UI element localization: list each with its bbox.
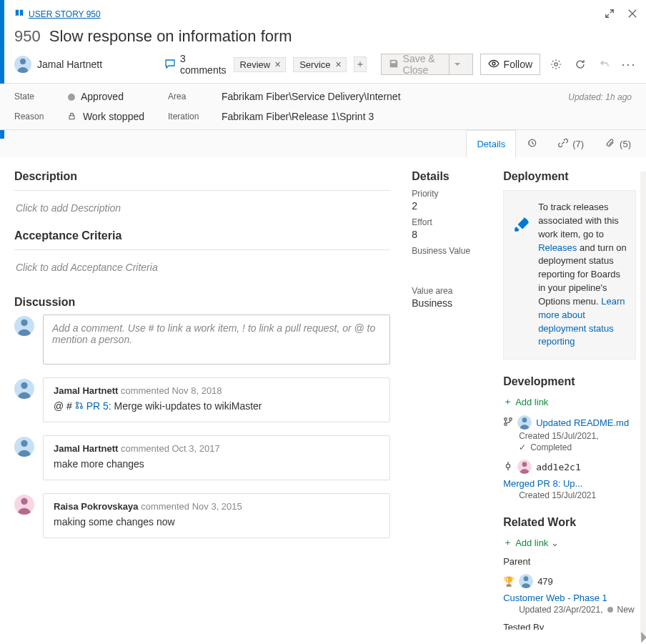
follow-button[interactable]: Follow (480, 54, 540, 75)
svg-point-8 (76, 407, 78, 409)
svg-point-13 (505, 423, 507, 426)
svg-rect-3 (69, 116, 74, 119)
comment-meta: commented Nov 3, 2015 (141, 501, 242, 512)
tab-attachments[interactable]: (5) (595, 130, 642, 157)
tab-details[interactable]: Details (466, 130, 516, 157)
details-column: Details Priority 2 Effort 8 Business Val… (404, 157, 496, 630)
avatar (14, 316, 34, 336)
related-sub: Updated 23/Apr/2021, New (519, 605, 636, 615)
avatar (517, 415, 532, 430)
development-title: Development (503, 375, 636, 388)
settings-button[interactable] (547, 54, 565, 75)
breadcrumb: USER STORY 950 (14, 6, 637, 23)
follow-label: Follow (504, 59, 532, 70)
add-link-button[interactable]: ＋ Add link ⌄ (503, 536, 559, 549)
reason-value[interactable]: Work stopped (68, 111, 161, 122)
comment-body: @ # PR 5: Merge wiki-updates to wikiMast… (54, 400, 379, 412)
description-title: Description (14, 170, 390, 183)
comment-item: Jamal Hartnett commented Oct 3, 2017 mak… (14, 435, 390, 480)
scrollbar[interactable] (640, 172, 646, 637)
deployment-title: Deployment (503, 170, 636, 183)
svg-point-5 (21, 319, 27, 326)
svg-point-7 (76, 402, 78, 405)
value-area-label: Value area (412, 286, 489, 296)
comments-button[interactable]: 3 comments (164, 53, 227, 76)
related-item: 🏆 479 Customer Web - Phase 1 Updated 23/… (503, 574, 636, 615)
tag-service[interactable]: Service ✕ (293, 57, 346, 72)
avatar (519, 574, 533, 588)
value-area-value[interactable]: Business (412, 297, 489, 309)
svg-point-12 (505, 418, 507, 421)
related-link[interactable]: Customer Web - Phase 1 (503, 593, 607, 603)
effort-label: Effort (412, 217, 489, 227)
dev-link[interactable]: Merged PR 8: Up... (503, 478, 582, 489)
comment-author: Raisa Pokrovskaya (54, 501, 139, 512)
chevron-down-icon: ⌄ (551, 538, 559, 548)
acceptance-criteria-input[interactable]: Click to add Acceptance Criteria (14, 257, 390, 289)
svg-point-17 (522, 462, 527, 467)
area-value[interactable]: Fabrikam Fiber\Service Delivery\Internet (222, 91, 515, 102)
remove-tag-icon[interactable]: ✕ (274, 60, 281, 69)
close-icon[interactable] (627, 9, 637, 21)
status-dot-icon (607, 607, 613, 613)
comment-body: making some changes now (54, 516, 379, 527)
save-label: Save & Close (403, 53, 444, 76)
svg-point-10 (21, 440, 27, 447)
svg-point-15 (522, 418, 527, 423)
dev-sub: Created 15/Jul/2021 (519, 490, 636, 500)
state-dot-icon (68, 94, 75, 101)
discussion-title: Discussion (14, 296, 390, 309)
tab-history[interactable] (516, 130, 547, 157)
work-item-id: 950 (14, 27, 41, 46)
remove-tag-icon[interactable]: ✕ (335, 60, 342, 69)
effort-value[interactable]: 8 (412, 229, 489, 240)
meta-area: State Approved Area Fabrikam Fiber\Servi… (0, 84, 646, 130)
pull-request-link[interactable]: PR 5: (75, 400, 114, 412)
avatar (14, 379, 34, 399)
iteration-value[interactable]: Fabrikam Fiber\Release 1\Sprint 3 (222, 111, 515, 122)
svg-point-6 (21, 382, 27, 389)
description-input[interactable]: Click to add Description (14, 198, 390, 229)
divider (14, 245, 390, 250)
comment-item: Raisa Pokrovskaya commented Nov 3, 2015 … (14, 493, 390, 538)
breadcrumb-link[interactable]: USER STORY 950 (29, 9, 101, 19)
trophy-icon: 🏆 (503, 576, 515, 587)
priority-label: Priority (412, 189, 489, 199)
tag-label: Review (240, 59, 271, 70)
add-link-button[interactable]: ＋ Add link (503, 395, 548, 408)
tag-review[interactable]: Review ✕ (234, 57, 287, 72)
work-item-id: 479 (537, 576, 553, 587)
content: Description Click to add Description Acc… (0, 157, 646, 630)
svg-point-1 (492, 62, 495, 65)
svg-point-16 (507, 464, 510, 467)
svg-point-2 (555, 63, 557, 66)
releases-link[interactable]: Releases (538, 242, 577, 253)
dev-link[interactable]: Updated README.md (536, 417, 629, 428)
related-title: Related Work (503, 516, 636, 529)
work-item-title[interactable]: Slow response on information form (49, 27, 292, 46)
undo-button[interactable] (596, 54, 613, 75)
dev-item: Updated README.md Created 15/Jul/2021, ✓… (503, 415, 636, 452)
priority-value[interactable]: 2 (412, 200, 489, 212)
pr-icon (75, 400, 84, 412)
parent-label: Parent (503, 556, 636, 567)
history-icon (527, 138, 537, 150)
left-column: Description Click to add Description Acc… (0, 157, 404, 630)
expand-icon[interactable] (605, 9, 615, 21)
assigned-to[interactable]: Jamal Hartnett (14, 56, 157, 73)
business-value-value[interactable] (412, 257, 489, 269)
comment-input[interactable]: Add a comment. Use # to link a work item… (43, 314, 390, 365)
tab-strip: Details (7) (5) (0, 130, 646, 157)
tab-links[interactable]: (7) (547, 130, 595, 157)
state-value[interactable]: Approved (68, 91, 161, 102)
comment-icon (164, 58, 176, 71)
refresh-button[interactable] (572, 54, 589, 75)
comment-meta: commented Nov 8, 2018 (121, 385, 222, 396)
rocket-icon (512, 215, 531, 349)
more-button[interactable]: ··· (620, 54, 637, 75)
add-tag-button[interactable]: ＋ (354, 56, 367, 72)
avatar (14, 56, 31, 73)
svg-point-18 (524, 577, 529, 582)
comment-body: make more changes (54, 458, 379, 470)
dev-sub: ✓Completed (519, 442, 636, 452)
